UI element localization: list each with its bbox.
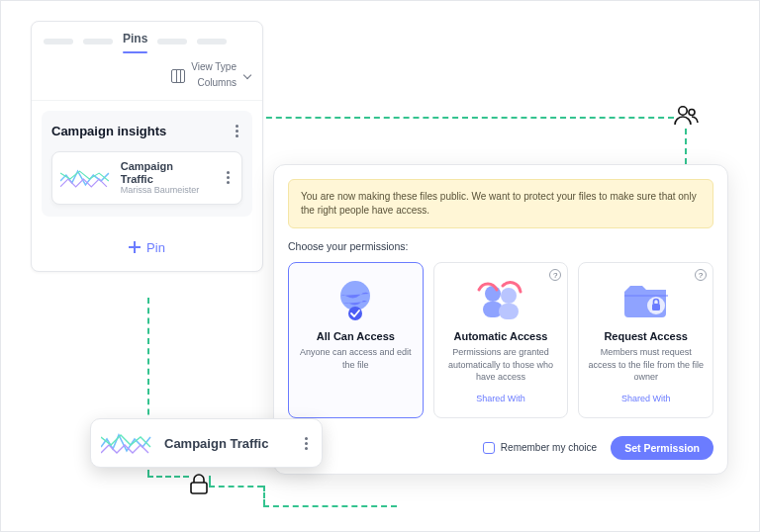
remember-my-choice[interactable]: Remember my choice: [483, 442, 597, 454]
option-title: Request Access: [604, 330, 688, 342]
item-author: Marissa Baumeister: [121, 185, 207, 195]
chevron-down-icon: [243, 70, 251, 78]
tab-placeholder[interactable]: [197, 39, 227, 44]
shared-with-link[interactable]: Shared With: [476, 394, 525, 403]
pin-label: Pin: [146, 240, 165, 255]
shared-with-link[interactable]: Shared With: [621, 394, 671, 403]
svg-rect-10: [652, 304, 660, 310]
help-icon[interactable]: ?: [695, 269, 707, 281]
dragged-item[interactable]: Campaign Traffic: [90, 418, 323, 468]
option-desc: Members must request access to the file …: [587, 346, 705, 384]
tab-strip: Pins: [32, 22, 262, 55]
lock-icon: [189, 474, 209, 499]
columns-icon: [171, 69, 185, 83]
plus-icon: [129, 241, 141, 253]
option-desc: Anyone can access and edit the file: [297, 346, 415, 380]
option-all-can-access[interactable]: All Can Access Anyone can access and edi…: [288, 262, 424, 418]
permission-options: All Can Access Anyone can access and edi…: [288, 262, 713, 418]
tab-pins[interactable]: Pins: [123, 32, 147, 51]
sparkline-icon: [101, 429, 154, 457]
option-request-access[interactable]: ? Request Access Members must request ac…: [578, 262, 713, 418]
sparkline-icon: [60, 165, 113, 191]
remember-label: Remember my choice: [501, 442, 597, 453]
remember-checkbox[interactable]: [483, 442, 495, 454]
tab-placeholder[interactable]: [157, 39, 187, 44]
svg-point-7: [501, 288, 517, 304]
item-menu-button[interactable]: [223, 167, 234, 188]
pinned-card: Campaign insights Campaign Traffic Maris…: [42, 111, 252, 217]
svg-rect-2: [191, 483, 207, 493]
option-title: Automatic Access: [454, 330, 548, 342]
tab-placeholder[interactable]: [83, 39, 113, 44]
people-icon: [471, 275, 530, 324]
set-permission-button[interactable]: Set Permission: [611, 436, 713, 460]
card-title: Campaign insights: [51, 124, 166, 138]
view-type-selector[interactable]: View Type Columns: [32, 55, 262, 101]
permissions-dialog: You are now making these files public. W…: [273, 164, 728, 475]
choose-permissions-label: Choose your permissions:: [288, 240, 713, 252]
option-desc: Permissions are granted automatically to…: [442, 346, 560, 384]
pins-panel: Pins View Type Columns Campaign insights: [31, 21, 263, 272]
svg-point-0: [679, 107, 687, 115]
dragged-item-title: Campaign Traffic: [164, 436, 268, 451]
add-pin-button[interactable]: Pin: [32, 226, 262, 271]
folder-lock-icon: [617, 275, 676, 324]
option-title: All Can Access: [317, 330, 395, 342]
item-title: Campaign Traffic: [121, 160, 207, 185]
globe-icon: [326, 275, 385, 324]
svg-rect-8: [499, 304, 519, 319]
tab-placeholder[interactable]: [44, 39, 73, 44]
warning-banner: You are now making these files public. W…: [288, 179, 713, 228]
svg-point-5: [485, 286, 501, 302]
view-type-label: View Type: [191, 61, 237, 72]
pinned-item[interactable]: Campaign Traffic Marissa Baumeister: [51, 151, 242, 205]
card-menu-button[interactable]: [232, 121, 242, 141]
help-icon[interactable]: ?: [549, 269, 561, 281]
users-icon: [674, 104, 700, 130]
option-automatic-access[interactable]: ? Automatic Access Permissions are grant…: [433, 262, 569, 418]
view-type-value: Columns: [198, 77, 237, 88]
svg-point-1: [689, 110, 695, 116]
dragged-item-menu-button[interactable]: [301, 433, 312, 454]
